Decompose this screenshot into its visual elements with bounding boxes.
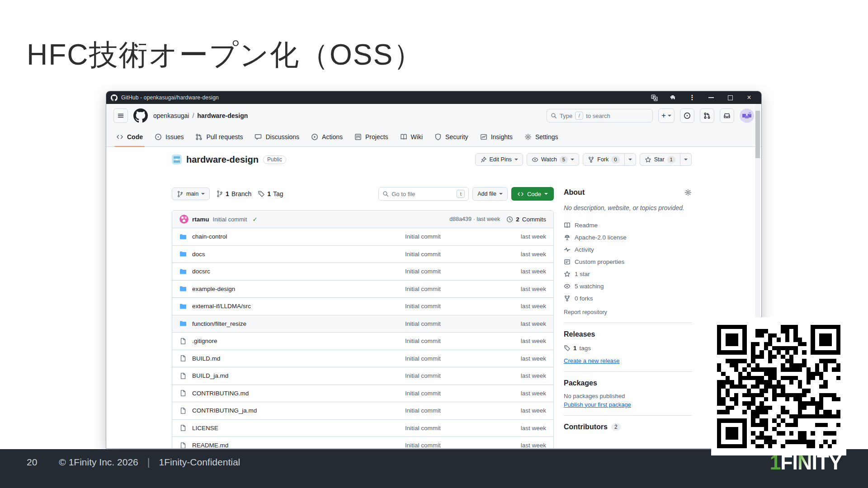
file-row[interactable]: external-if/LLDMA/srcInitial commitlast …	[172, 297, 553, 315]
file-name-link[interactable]: LICENSE	[192, 425, 218, 432]
file-name-link[interactable]: docsrc	[192, 268, 210, 275]
tab-projects[interactable]: Projects	[350, 127, 393, 146]
file-name-link[interactable]: function/filter_resize	[192, 320, 246, 327]
file-commit-message[interactable]: Initial commit	[405, 251, 521, 258]
file-name-link[interactable]: BUILD.md	[192, 355, 220, 362]
check-icon[interactable]: ✓	[252, 216, 257, 223]
publish-package-link[interactable]: Publish your first package	[564, 401, 631, 408]
create-new-button[interactable]: +	[658, 108, 675, 123]
about-forks-link[interactable]: 0 forks	[564, 292, 692, 305]
file-commit-message[interactable]: Initial commit	[405, 338, 521, 344]
branch-selector-button[interactable]: main	[172, 188, 210, 200]
repo-name-link[interactable]: hardware-design	[186, 155, 259, 165]
file-row[interactable]: example-designInitial commitlast week	[172, 280, 553, 298]
commit-author-avatar[interactable]	[179, 215, 189, 224]
star-dropdown-button[interactable]	[680, 153, 692, 166]
file-commit-message[interactable]: Initial commit	[405, 303, 521, 310]
tab-code[interactable]: Code	[112, 127, 147, 146]
file-name-link[interactable]: CONTRIBUTING_ja.md	[192, 407, 257, 414]
file-commit-message[interactable]: Initial commit	[405, 425, 521, 432]
file-row[interactable]: .gitignoreInitial commitlast week	[172, 332, 553, 350]
about-stars-link[interactable]: 1 star	[564, 268, 692, 280]
file-name-link[interactable]: docs	[192, 251, 205, 258]
file-name-link[interactable]: .gitignore	[192, 338, 217, 344]
file-row[interactable]: docsInitial commitlast week	[172, 245, 553, 263]
file-row[interactable]: BUILD_ja.mdInitial commitlast week	[172, 367, 553, 385]
file-commit-message[interactable]: Initial commit	[405, 407, 521, 414]
tab-security[interactable]: Security	[430, 127, 473, 146]
fork-dropdown-button[interactable]	[625, 153, 636, 166]
file-row[interactable]: CONTRIBUTING_ja.mdInitial commitlast wee…	[172, 402, 553, 419]
commit-message-link[interactable]: Initial commit	[213, 216, 247, 223]
extensions-puzzle-icon[interactable]	[665, 91, 681, 104]
tag-icon	[258, 190, 265, 197]
file-row[interactable]: CONTRIBUTING.mdInitial commitlast week	[172, 385, 553, 402]
releases-tags-link[interactable]: 1tags	[564, 345, 692, 352]
scrollbar-thumb[interactable]	[755, 111, 760, 158]
file-name-link[interactable]: CONTRIBUTING.md	[192, 390, 249, 397]
file-name-link[interactable]: chain-control	[192, 233, 227, 240]
file-row[interactable]: LICENSEInitial commitlast week	[172, 419, 553, 437]
minimize-button[interactable]	[703, 91, 719, 104]
watch-button[interactable]: Watch5	[527, 153, 579, 166]
go-to-file-input[interactable]	[392, 191, 454, 197]
maximize-button[interactable]	[722, 91, 738, 104]
file-row[interactable]: BUILD.mdInitial commitlast week	[172, 350, 553, 367]
breadcrumb-repo-link[interactable]: hardware-design	[197, 112, 248, 119]
file-commit-message[interactable]: Initial commit	[405, 233, 521, 240]
branches-link[interactable]: 1Branch	[216, 190, 251, 197]
file-commit-message[interactable]: Initial commit	[405, 355, 521, 362]
close-button[interactable]: ×	[741, 91, 757, 104]
tab-actions[interactable]: Actions	[307, 127, 347, 146]
about-custom-properties-link[interactable]: Custom properties	[564, 256, 692, 268]
file-commit-message[interactable]: Initial commit	[405, 320, 521, 327]
pull-requests-icon-button[interactable]	[700, 108, 714, 123]
file-row[interactable]: docsrcInitial commitlast week	[172, 263, 553, 280]
tab-wiki[interactable]: Wiki	[396, 127, 427, 146]
file-row[interactable]: chain-controlInitial commitlast week	[172, 228, 553, 245]
about-watching-link[interactable]: 5 watching	[564, 280, 692, 292]
code-button[interactable]: Code	[511, 187, 554, 201]
file-name-link[interactable]: example-design	[192, 286, 235, 292]
breadcrumb-owner-link[interactable]: openkasugai	[153, 112, 189, 119]
issues-icon-button[interactable]	[680, 108, 694, 123]
commit-author-link[interactable]: rtamu	[192, 216, 209, 223]
pulse-icon	[564, 246, 571, 253]
file-commit-message[interactable]: Initial commit	[405, 286, 521, 292]
browser-menu-icon[interactable]: ⋮	[684, 91, 700, 104]
file-commit-message[interactable]: Initial commit	[405, 390, 521, 397]
github-mark-icon[interactable]	[133, 108, 148, 123]
file-name-link[interactable]: BUILD_ja.md	[192, 372, 228, 379]
tab-insights[interactable]: Insights	[476, 127, 517, 146]
file-name-link[interactable]: external-if/LLDMA/src	[192, 303, 251, 310]
tab-settings[interactable]: Settings	[520, 127, 563, 146]
translate-icon[interactable]	[646, 91, 662, 104]
commit-hash-time[interactable]: d88a439 · last week	[449, 216, 500, 222]
gear-icon[interactable]	[684, 189, 692, 196]
file-commit-message[interactable]: Initial commit	[405, 268, 521, 275]
tags-link[interactable]: 1Tag	[258, 190, 283, 197]
global-search-input[interactable]: Type / to search	[547, 109, 653, 122]
edit-pins-button[interactable]: Edit Pins	[475, 153, 523, 166]
file-commit-message[interactable]: Initial commit	[405, 442, 521, 448]
inbox-icon-button[interactable]	[720, 108, 734, 123]
file-row[interactable]: README.mdInitial commitlast week	[172, 436, 553, 448]
fork-button[interactable]: Fork0	[583, 153, 624, 166]
commit-history-link[interactable]: 2Commits	[506, 216, 546, 223]
file-name-link[interactable]: README.md	[192, 442, 228, 448]
about-activity-link[interactable]: Activity	[564, 244, 692, 256]
add-file-button[interactable]: Add file	[472, 187, 508, 201]
star-button[interactable]: Star1	[640, 153, 680, 166]
file-row[interactable]: function/filter_resizeInitial commitlast…	[172, 315, 553, 333]
create-release-link[interactable]: Create a new release	[564, 357, 620, 364]
tab-pull-requests[interactable]: Pull requests	[191, 127, 247, 146]
hamburger-menu-button[interactable]	[113, 108, 128, 123]
tab-discussions[interactable]: Discussions	[250, 127, 304, 146]
watch-label: Watch	[541, 156, 557, 163]
report-repository-link[interactable]: Report repository	[564, 309, 692, 315]
about-readme-link[interactable]: Readme	[564, 219, 692, 231]
about-license-link[interactable]: Apache-2.0 license	[564, 231, 692, 244]
file-commit-message[interactable]: Initial commit	[405, 372, 521, 379]
user-avatar[interactable]	[740, 108, 754, 123]
tab-issues[interactable]: Issues	[150, 127, 188, 146]
